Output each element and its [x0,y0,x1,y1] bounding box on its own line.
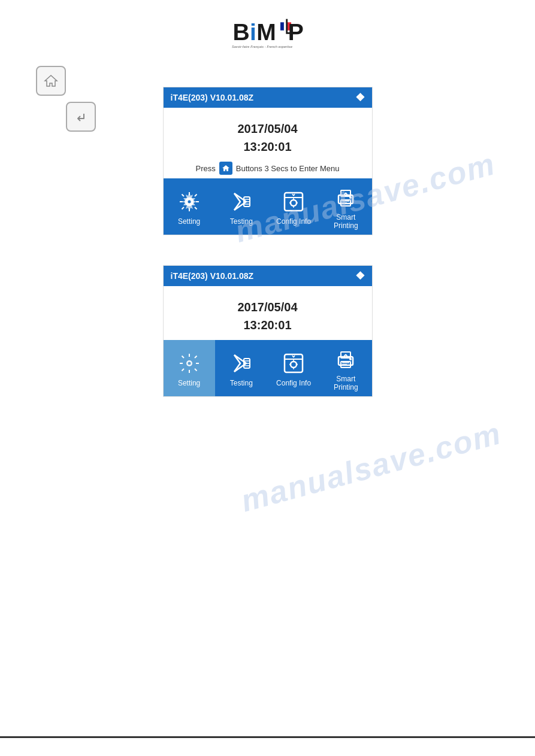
config-icon-2 [280,350,307,377]
setting-icon-1 [176,189,202,215]
svg-text:M: M [256,19,276,45]
home-button[interactable] [36,66,66,96]
screen-header-2: iT4E(203) V10.01.08Z ❖ [164,266,372,286]
header-title-2: iT4E(203) V10.01.08Z [171,271,254,281]
svg-line-16 [182,195,184,197]
svg-point-53 [291,362,297,368]
svg-text:B: B [232,19,249,45]
testing-icon-2 [228,350,255,377]
menu-label-config-1: Config Info [276,217,311,226]
bimp-logo: B i M └ P Savoir-faire Français - French… [232,18,304,51]
svg-point-36 [349,196,352,199]
press-after-1: Buttons 3 Secs to Enter Menu [236,164,340,173]
menu-label-config-2: Config Info [276,379,311,387]
time-1: 13:20:01 [164,138,372,156]
date-1: 2017/05/04 [164,120,372,138]
print-icon-1 [333,184,359,211]
menu-item-setting-1[interactable]: Setting [164,178,215,235]
icon-buttons-area [36,66,96,132]
svg-line-45 [182,369,184,371]
menu-item-testing-1[interactable]: Testing [216,178,267,235]
press-before-1: Press [196,164,216,173]
menu-label-testing-2: Testing [230,379,253,387]
menu-grid-2: Setting Testing [164,340,372,396]
datetime-1: 2017/05/04 13:20:01 [164,108,372,162]
menu-label-testing-1: Testing [230,217,253,226]
enter-button[interactable] [66,102,96,132]
header-title-1: iT4E(203) V10.01.08Z [171,93,254,102]
svg-line-44 [195,369,197,371]
setting-icon-2 [176,350,202,377]
usb-icon-2: ❖ [355,269,365,283]
config-icon-1 [280,189,307,215]
print-icon-2 [333,346,359,372]
screen-panel-1: iT4E(203) V10.01.08Z ❖ 2017/05/04 13:20:… [163,87,373,235]
bottom-separator [0,736,535,738]
home-mini-icon-1 [219,162,232,175]
menu-grid-1: Setting T [164,178,372,235]
svg-line-17 [195,207,197,210]
svg-text:Savoir-faire Français - French: Savoir-faire Français - French expertise [232,45,292,48]
logo-area: B i M └ P Savoir-faire Français - French… [0,0,535,51]
svg-point-11 [188,201,191,204]
svg-line-46 [195,356,197,359]
svg-text:P: P [288,19,303,45]
datetime-2: 2017/05/04 13:20:01 [164,286,372,340]
first-panel-wrap: iT4E(203) V10.01.08Z ❖ 2017/05/04 13:20:… [163,87,373,235]
svg-line-18 [182,207,184,210]
menu-item-setting-2[interactable]: Setting [164,340,215,396]
menu-label-print-2: SmartPrinting [334,375,358,391]
svg-point-38 [188,362,191,365]
svg-line-43 [182,356,184,359]
menu-item-config-1[interactable]: Config Info [268,178,319,235]
menu-item-testing-2[interactable]: Testing [216,340,267,396]
svg-point-26 [291,200,297,206]
screen-header-1: iT4E(203) V10.01.08Z ❖ [164,87,372,108]
menu-label-setting-2: Setting [178,379,200,387]
second-panel-wrap: iT4E(203) V10.01.08Z ❖ 2017/05/04 13:20:… [163,265,373,397]
press-row-1: Press Buttons 3 Secs to Enter Menu [164,162,372,175]
menu-item-print-1[interactable]: SmartPrinting [320,178,371,235]
testing-icon-1 [228,189,255,215]
menu-item-config-2[interactable]: Config Info [268,340,319,396]
usb-icon-1: ❖ [355,91,365,104]
menu-label-setting-1: Setting [178,217,200,226]
time-2: 13:20:01 [164,316,372,334]
screen-panel-2: iT4E(203) V10.01.08Z ❖ 2017/05/04 13:20:… [163,265,373,397]
date-2: 2017/05/04 [164,298,372,316]
svg-point-63 [349,358,352,360]
watermark2: manualsave.com [237,415,505,519]
svg-line-19 [195,195,197,197]
svg-text:i: i [250,19,256,45]
menu-item-print-2[interactable]: SmartPrinting [320,340,371,396]
menu-label-print-1: SmartPrinting [334,213,358,230]
